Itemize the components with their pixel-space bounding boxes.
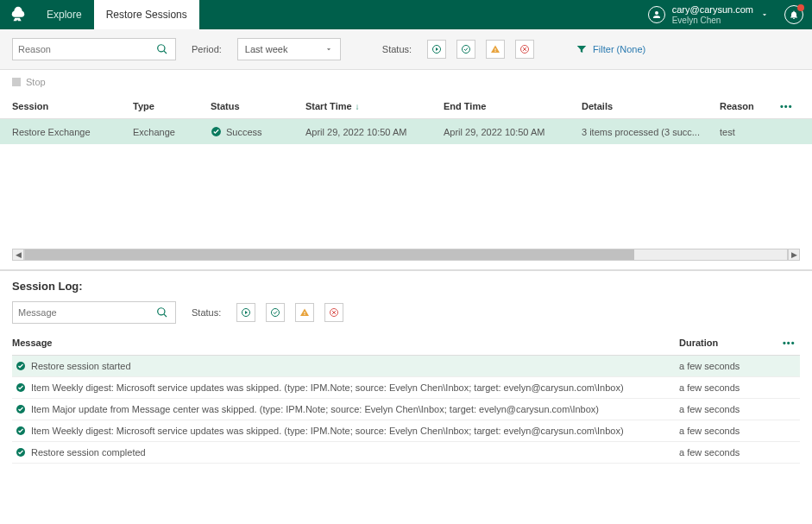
cell-reason: test <box>720 127 780 137</box>
sessions-table: Session Type Status Start Time↓ End Time… <box>0 94 812 249</box>
scroll-thumb[interactable] <box>25 249 634 260</box>
cell-start: April 29, 2022 10:50 AM <box>305 127 444 137</box>
col-details[interactable]: Details <box>582 101 720 111</box>
status-error-button[interactable] <box>515 40 534 59</box>
filter-label: Filter (None) <box>593 44 645 54</box>
filter-link[interactable]: Filter (None) <box>576 43 645 55</box>
app-logo-icon <box>9 5 28 24</box>
col-session[interactable]: Session <box>12 101 133 111</box>
log-duration: a few seconds <box>679 404 783 414</box>
log-duration: a few seconds <box>679 447 783 458</box>
success-icon <box>16 382 26 393</box>
col-type[interactable]: Type <box>133 101 211 111</box>
log-status-success-button[interactable] <box>266 303 285 322</box>
message-search-input[interactable] <box>18 302 156 323</box>
log-col-message[interactable]: Message <box>12 338 679 348</box>
cell-session: Restore Exchange <box>12 127 133 137</box>
chevron-down-icon <box>760 10 769 19</box>
log-col-duration[interactable]: Duration <box>679 338 783 348</box>
scroll-left-arrow[interactable]: ◀ <box>12 249 24 261</box>
success-icon <box>16 404 26 414</box>
status-success-button[interactable] <box>456 40 475 59</box>
session-log-title: Session Log: <box>12 280 800 293</box>
user-menu[interactable]: cary@carysun.com Evelyn Chen <box>648 4 803 24</box>
horizontal-scrollbar[interactable]: ◀ ▶ <box>12 249 800 261</box>
success-icon <box>16 426 26 436</box>
search-icon[interactable] <box>156 306 168 319</box>
log-table-header: Message Duration ••• <box>12 332 800 356</box>
sessions-toolbar: Period: Last week Status: Filter (None) <box>0 29 812 70</box>
scroll-track[interactable] <box>24 249 788 261</box>
status-label: Status: <box>382 44 412 54</box>
log-column-options-button[interactable]: ••• <box>783 338 800 348</box>
reason-search-box[interactable] <box>12 38 176 60</box>
search-icon[interactable] <box>156 43 168 55</box>
notification-badge <box>797 4 804 11</box>
user-icon <box>648 6 665 23</box>
scroll-right-arrow[interactable]: ▶ <box>788 249 800 261</box>
log-duration: a few seconds <box>679 361 783 371</box>
log-row[interactable]: Restore session completed a few seconds <box>12 442 800 464</box>
log-duration: a few seconds <box>679 382 783 393</box>
session-log-panel: Session Log: Status: Message Duration ••… <box>0 269 812 464</box>
log-message: Restore session started <box>31 361 131 371</box>
cell-type: Exchange <box>133 127 211 137</box>
user-name: Evelyn Chen <box>672 16 753 25</box>
status-warning-button[interactable] <box>486 40 505 59</box>
stop-label: Stop <box>26 77 46 87</box>
status-running-button[interactable] <box>427 40 446 59</box>
tab-restore-sessions-label: Restore Sessions <box>106 9 187 21</box>
col-status[interactable]: Status <box>211 101 305 111</box>
log-message: Restore session completed <box>31 447 146 458</box>
tab-explore[interactable]: Explore <box>35 0 94 29</box>
success-icon <box>16 361 26 371</box>
chevron-down-icon <box>324 45 333 54</box>
success-icon <box>211 126 222 137</box>
cell-end: April 29, 2022 10:50 AM <box>444 127 582 137</box>
sessions-table-header: Session Type Status Start Time↓ End Time… <box>0 94 812 119</box>
period-label: Period: <box>192 44 222 54</box>
log-message: Item Weekly digest: Microsoft service up… <box>31 426 624 436</box>
log-status-error-button[interactable] <box>324 303 343 322</box>
log-toolbar: Status: <box>12 301 800 324</box>
cell-status: Success <box>211 126 305 137</box>
log-status-running-button[interactable] <box>236 303 255 322</box>
col-start[interactable]: Start Time↓ <box>305 101 444 111</box>
log-row[interactable]: Item Weekly digest: Microsoft service up… <box>12 377 800 399</box>
period-select[interactable]: Last week <box>237 38 341 60</box>
log-row[interactable]: Restore session started a few seconds <box>12 356 800 377</box>
log-row[interactable]: Item Weekly digest: Microsoft service up… <box>12 420 800 442</box>
status-filter-buttons <box>427 40 534 59</box>
stop-button[interactable]: Stop <box>0 70 812 94</box>
col-reason[interactable]: Reason <box>720 101 780 111</box>
log-duration: a few seconds <box>679 426 783 436</box>
col-end[interactable]: End Time <box>444 101 582 111</box>
reason-search-input[interactable] <box>18 39 156 60</box>
user-email: cary@carysun.com <box>672 4 753 15</box>
stop-icon <box>12 78 21 86</box>
log-row[interactable]: Item Major update from Message center wa… <box>12 399 800 420</box>
success-icon <box>16 447 26 458</box>
notifications-button[interactable] <box>784 5 803 24</box>
log-message: Item Major update from Message center wa… <box>31 404 599 414</box>
sort-asc-icon: ↓ <box>356 102 360 111</box>
message-search-box[interactable] <box>12 301 176 324</box>
log-status-warning-button[interactable] <box>295 303 314 322</box>
period-value: Last week <box>245 44 288 54</box>
table-row[interactable]: Restore Exchange Exchange Success April … <box>0 119 812 144</box>
sessions-table-body: Restore Exchange Exchange Success April … <box>0 119 812 249</box>
log-status-label: Status: <box>192 307 221 318</box>
svg-point-5 <box>272 309 280 317</box>
column-options-button[interactable]: ••• <box>780 101 797 111</box>
topbar: Explore Restore Sessions cary@carysun.co… <box>0 0 812 29</box>
cell-details: 3 items processed (3 succ... <box>582 127 720 137</box>
log-message: Item Weekly digest: Microsoft service up… <box>31 382 624 393</box>
tab-explore-label: Explore <box>47 9 82 21</box>
funnel-icon <box>576 43 588 55</box>
svg-point-1 <box>463 46 470 54</box>
tab-restore-sessions[interactable]: Restore Sessions <box>94 0 199 29</box>
log-status-filter-buttons <box>236 303 343 322</box>
